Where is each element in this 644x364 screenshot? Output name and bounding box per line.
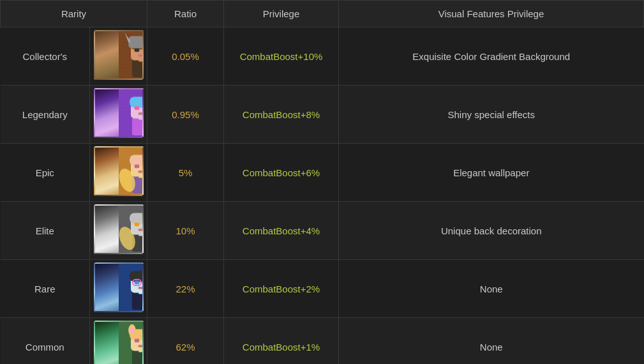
- table-row-rare: Rare22%CombatBoost+2%None: [1, 260, 644, 318]
- table-row-collectors: Collector's0.05%CombatBoost+10%Exquisite…: [1, 27, 644, 86]
- svg-rect-48: [138, 229, 144, 231]
- character-image-legendary: [90, 86, 147, 144]
- table-row-elite: Elite10%CombatBoost+4%Unique back decora…: [1, 202, 644, 260]
- ratio-value-legendary: 0.95%: [147, 86, 224, 144]
- visual-value-common: None: [339, 318, 644, 365]
- rarity-table-container: Rarity Ratio Privilege Visual Features P…: [0, 0, 644, 364]
- svg-rect-59: [134, 281, 139, 285]
- header-ratio: Ratio: [147, 1, 224, 27]
- svg-point-78: [130, 327, 134, 334]
- svg-rect-24: [138, 112, 144, 115]
- rarity-label-common: Common: [1, 318, 90, 365]
- character-image-elite: [90, 202, 147, 260]
- ratio-value-rare: 22%: [147, 260, 224, 318]
- ratio-value-elite: 10%: [147, 202, 224, 260]
- svg-rect-45: [130, 213, 144, 224]
- rarity-label-rare: Rare: [1, 260, 90, 318]
- visual-value-collectors: Exquisite Color Gradient Background: [339, 27, 644, 86]
- table-header-row: Rarity Ratio Privilege Visual Features P…: [1, 1, 644, 27]
- privilege-value-common: CombatBoost+1%: [224, 318, 339, 365]
- rarity-label-elite: Elite: [1, 202, 90, 260]
- visual-value-legendary: Shiny special effects: [339, 86, 644, 144]
- svg-rect-22: [134, 107, 139, 110]
- privilege-value-collectors: CombatBoost+10%: [224, 27, 339, 86]
- character-image-epic: [90, 144, 147, 202]
- ratio-value-epic: 5%: [147, 144, 224, 202]
- visual-value-epic: Elegant wallpaper: [339, 144, 644, 202]
- privilege-value-elite: CombatBoost+4%: [224, 202, 339, 260]
- svg-rect-33: [134, 165, 139, 169]
- visual-value-rare: None: [339, 260, 644, 318]
- character-image-collectors: [90, 27, 147, 86]
- rarity-label-epic: Epic: [1, 144, 90, 202]
- character-image-common: [90, 318, 147, 365]
- svg-rect-75: [138, 345, 144, 347]
- svg-rect-4: [131, 59, 143, 77]
- table-row-common: Common62%CombatBoost+1%None: [1, 318, 644, 365]
- rarity-table: Rarity Ratio Privilege Visual Features P…: [0, 0, 644, 364]
- ratio-value-collectors: 0.05%: [147, 27, 224, 86]
- rarity-label-legendary: Legendary: [1, 86, 90, 144]
- character-image-rare: [90, 260, 147, 318]
- privilege-value-legendary: CombatBoost+8%: [224, 86, 339, 144]
- svg-rect-21: [130, 96, 144, 107]
- svg-rect-61: [138, 287, 144, 289]
- header-rarity: Rarity: [1, 1, 147, 27]
- table-row-legendary: Legendary0.95%CombatBoost+8%Shiny specia…: [1, 86, 644, 144]
- svg-rect-32: [130, 155, 144, 165]
- svg-rect-58: [130, 271, 144, 282]
- svg-rect-55: [131, 292, 143, 310]
- visual-value-elite: Unique back decoration: [339, 202, 644, 260]
- privilege-value-rare: CombatBoost+2%: [224, 260, 339, 318]
- svg-rect-35: [138, 171, 144, 173]
- svg-rect-10: [138, 54, 144, 57]
- svg-rect-8: [134, 49, 139, 52]
- header-privilege: Privilege: [224, 1, 339, 27]
- header-visual: Visual Features Privilege: [339, 1, 644, 27]
- svg-rect-46: [134, 223, 139, 227]
- ratio-value-common: 62%: [147, 318, 224, 365]
- table-row-epic: Epic5%CombatBoost+6%Elegant wallpaper: [1, 144, 644, 202]
- svg-rect-18: [131, 118, 143, 135]
- svg-rect-73: [134, 339, 139, 343]
- privilege-value-epic: CombatBoost+6%: [224, 144, 339, 202]
- rarity-label-collectors: Collector's: [1, 27, 90, 86]
